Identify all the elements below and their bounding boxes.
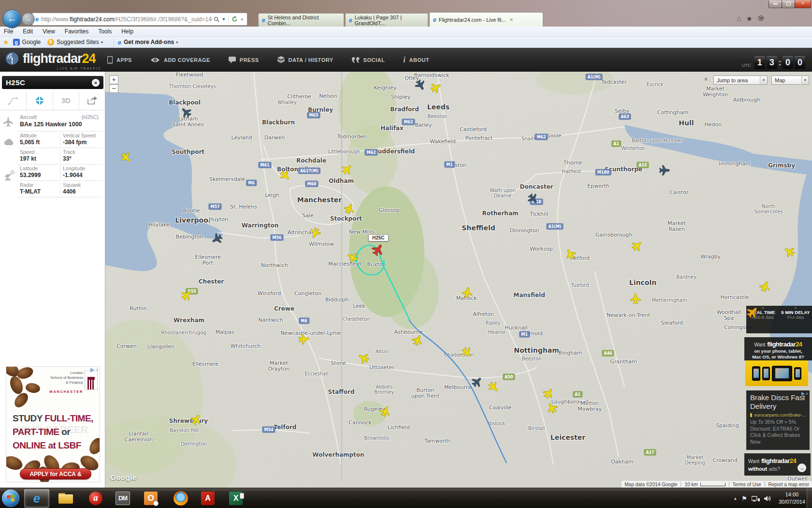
app-devices-image[interactable]	[745, 360, 808, 386]
sidebar-advert-lsbf[interactable]: × LondonSchool of Business& Finance MANC…	[6, 366, 100, 482]
ad-close-icon[interactable]: ×	[806, 392, 808, 396]
favorite-google[interactable]: g Google	[13, 39, 41, 45]
menu-tools[interactable]: Tools	[98, 28, 112, 35]
aircraft-icon[interactable]	[414, 78, 427, 92]
search-icon[interactable]	[214, 16, 219, 22]
tab-1[interactable]: e St Helens and District Combin...	[258, 13, 344, 27]
taskbar-app-a[interactable]: a	[83, 489, 108, 508]
ad-link[interactable]: eurocarparts.com/Brake-...	[750, 413, 806, 418]
adchoices-icon[interactable]: ×	[90, 368, 99, 373]
nav-apps[interactable]: APPS	[107, 56, 132, 64]
taskbar-adobe-reader[interactable]: A	[195, 489, 220, 508]
aircraft-icon[interactable]	[542, 387, 556, 401]
aircraft-icon[interactable]	[340, 162, 354, 176]
aircraft-icon[interactable]	[564, 247, 577, 261]
aircraft-icon[interactable]	[299, 334, 309, 344]
nav-press[interactable]: PRESS	[229, 57, 259, 63]
address-bar[interactable]: e http://www.flightradar24.com/H25C/3f19…	[32, 13, 247, 26]
aircraft-icon[interactable]	[210, 232, 224, 246]
aircraft-icon[interactable]	[179, 105, 193, 119]
aircraft-icon[interactable]	[429, 81, 443, 94]
jump-to-area-select[interactable]: Jump to area ▾	[713, 75, 768, 85]
aircraft-icon[interactable]	[783, 245, 797, 259]
aircraft-icon[interactable]	[189, 413, 203, 426]
nav-about[interactable]: i ABOUT	[403, 56, 429, 64]
action-center-flag-icon[interactable]: ⚑	[741, 495, 747, 502]
aircraft-icon[interactable]	[631, 294, 641, 304]
map-type-select[interactable]: Map ▾	[771, 75, 809, 85]
taskbar-internet-explorer[interactable]: e	[24, 489, 49, 508]
favorite-get-addons[interactable]: e Get more Add-ons ▾	[118, 39, 178, 46]
map-advert-brakes[interactable]: × Brake Discs Fast Delivery eurocarparts…	[746, 390, 810, 450]
ad-close-icon[interactable]: ×	[96, 368, 99, 373]
app-promo-panel[interactable]: Wantflightradar24 on your phone, tablet,…	[744, 337, 812, 360]
favorite-suggested-sites[interactable]: b Suggested Sites ▾	[47, 39, 102, 45]
selected-aircraft-icon[interactable]	[370, 242, 386, 257]
share-button[interactable]	[79, 91, 105, 110]
terms-of-use-link[interactable]: Terms of Use	[733, 482, 761, 487]
tab-close-icon[interactable]: ×	[509, 16, 513, 23]
aircraft-icon[interactable]	[179, 288, 193, 302]
url-text[interactable]: http://www.flightradar24.com/H25C/3f1968…	[41, 16, 212, 23]
taskbar-windows-explorer[interactable]	[53, 489, 78, 508]
zoom-out-button[interactable]: −	[109, 84, 118, 93]
taskbar-excel[interactable]: X	[223, 489, 248, 508]
tray-expand-icon[interactable]: ▲	[733, 496, 737, 501]
start-button[interactable]	[2, 490, 19, 507]
gear-icon[interactable]	[757, 15, 765, 23]
flightradar24-logo[interactable]: flightradar24	[5, 51, 96, 66]
window-maximize-button[interactable]	[782, 0, 795, 8]
no-ads-promo[interactable]: Wantflightradar24 without ads? →	[744, 453, 811, 476]
search-dropdown-icon[interactable]: ▾	[222, 16, 225, 22]
speaker-icon[interactable]	[764, 495, 771, 502]
route-button[interactable]	[0, 91, 27, 110]
aircraft-icon[interactable]	[378, 404, 392, 418]
aircraft-icon[interactable]	[630, 239, 644, 253]
taskbar-firefox[interactable]	[168, 489, 193, 508]
aircraft-icon[interactable]	[462, 286, 473, 298]
aircraft-icon[interactable]	[278, 168, 292, 182]
nav-social[interactable]: SOCIAL	[352, 57, 385, 63]
browser-forward-button[interactable]: →	[22, 13, 35, 26]
aircraft-icon[interactable]	[759, 280, 772, 293]
aircraft-icon[interactable]	[470, 374, 484, 388]
aircraft-icon[interactable]	[660, 165, 670, 176]
taskbar-app-dm[interactable]: DM	[110, 489, 135, 508]
show-desktop-button[interactable]	[807, 488, 812, 508]
aircraft-icon[interactable]	[411, 333, 424, 347]
aircraft-icon[interactable]	[309, 227, 322, 240]
report-map-error-link[interactable]: Report a map error	[768, 482, 809, 487]
browser-back-button[interactable]: ←	[3, 10, 21, 28]
selected-flight-label[interactable]: H25C	[368, 234, 389, 241]
menu-file[interactable]: File	[4, 28, 13, 35]
ad-apply-button[interactable]: APPLY for ACCA & CIMA▶	[20, 468, 91, 479]
menu-view[interactable]: View	[43, 28, 55, 35]
aircraft-icon[interactable]	[343, 202, 356, 215]
tab-3-active[interactable]: e Flightradar24.com - Live fli... ×	[429, 12, 543, 27]
zoom-in-button[interactable]: +	[109, 75, 118, 84]
window-close-button[interactable]: ×	[795, 0, 811, 8]
taskbar-clock[interactable]: 14:00 30/07/2014	[779, 491, 805, 506]
collapse-panel-icon[interactable]: «	[703, 77, 710, 81]
arrow-right-icon[interactable]: →	[798, 463, 806, 472]
aircraft-icon[interactable]	[526, 192, 540, 206]
window-minimize-button[interactable]	[768, 0, 782, 8]
map-canvas[interactable]: FleetwoodThornton-CleveleysBlackpoolLyth…	[105, 72, 812, 488]
nav-add-coverage[interactable]: ADD COVERAGE	[150, 57, 210, 63]
menu-help[interactable]: Help	[121, 28, 133, 35]
center-on-map-button[interactable]	[27, 91, 53, 110]
nav-data-history[interactable]: DATA / HISTORY	[277, 56, 334, 63]
panel-close-button[interactable]: ×	[92, 79, 100, 87]
view-3d-button[interactable]: 3D	[53, 91, 80, 110]
aircraft-icon[interactable]	[357, 351, 370, 365]
menu-edit[interactable]: Edit	[23, 28, 33, 35]
adchoices-icon[interactable]: ×	[801, 392, 808, 396]
favorites-star-icon[interactable]: ★	[746, 15, 753, 23]
tab-2[interactable]: e Lukaku | Page 307 | GrandOldT...	[345, 13, 428, 27]
refresh-icon[interactable]	[232, 16, 238, 22]
menu-favorites[interactable]: Favorites	[65, 28, 88, 35]
taskbar-outlook[interactable]: O	[138, 489, 163, 508]
network-icon[interactable]	[752, 495, 760, 502]
aircraft-icon[interactable]	[460, 345, 474, 359]
aircraft-icon[interactable]	[545, 401, 559, 415]
